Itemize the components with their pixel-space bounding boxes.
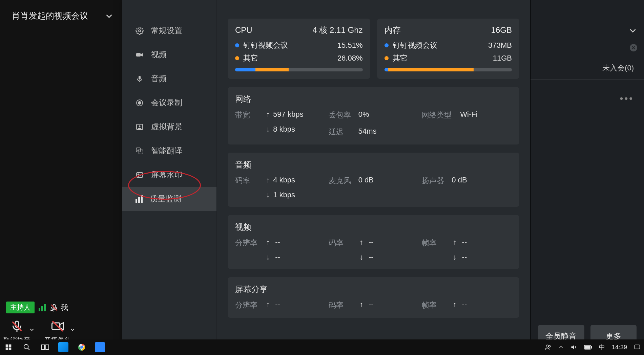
settings-modal: 常规设置 视频 音频 会议录制 虚拟背景 A 智能翻译 屏幕水印 [122, 0, 530, 355]
mem-other-val: 11GB [493, 54, 512, 63]
dot-blue-icon [385, 43, 389, 47]
cpu-bar-other [255, 68, 289, 71]
svg-point-33 [24, 345, 28, 349]
mem-bar-app [385, 68, 388, 71]
clear-search-button[interactable] [630, 44, 637, 51]
signal-icon [39, 304, 46, 311]
tray-ime[interactable]: 中 [599, 343, 605, 351]
bw-down: 8 kbps [273, 125, 295, 133]
memory-card: 内存 16GB 钉钉视频会议 373MB 其它 11GB [377, 19, 520, 79]
nav-audio-label: 音频 [151, 73, 167, 84]
mem-spec: 16GB [491, 25, 512, 35]
latency-label: 延迟 [329, 127, 352, 137]
tray-people-icon[interactable] [545, 344, 552, 351]
svg-rect-31 [6, 348, 8, 350]
nav-general-label: 常规设置 [151, 25, 182, 36]
video-br-down: -- [369, 253, 374, 261]
settings-sidebar: 常规设置 视频 音频 会议录制 虚拟背景 A 智能翻译 屏幕水印 [122, 0, 217, 355]
nav-audio[interactable]: 音频 [122, 67, 216, 91]
svg-rect-32 [9, 348, 12, 350]
svg-rect-45 [635, 345, 640, 349]
tray-volume-icon[interactable] [570, 344, 577, 351]
svg-point-21 [139, 125, 141, 127]
cpu-title: CPU [235, 25, 252, 35]
audio-br-down: 1 kbps [273, 191, 295, 199]
network-title: 网络 [235, 94, 512, 105]
video-res-down: -- [275, 253, 280, 261]
loss-label: 丢包率 [329, 110, 352, 120]
participants-panel: 未入会(0) ••• 全员静音 更多 [531, 0, 644, 355]
nav-quality-label: 质量监测 [150, 194, 181, 204]
dot-orange-icon [235, 56, 239, 60]
audio-title: 音频 [235, 159, 512, 170]
svg-line-34 [28, 348, 30, 350]
video-fps-down: -- [462, 253, 467, 261]
nav-recording[interactable]: 会议录制 [122, 91, 216, 115]
video-br-up: -- [369, 238, 374, 246]
svg-rect-44 [585, 346, 590, 349]
app-icon-1[interactable] [58, 342, 68, 352]
speaker-val: 0 dB [452, 176, 467, 184]
svg-rect-35 [41, 345, 44, 350]
meeting-title-dropdown[interactable]: 肖肖发起的视频会议 [0, 0, 122, 31]
tray-battery-icon[interactable] [584, 345, 592, 350]
self-label: 我 [61, 303, 68, 313]
task-view-icon[interactable] [40, 342, 50, 352]
nav-virtual-bg-label: 虚拟背景 [151, 121, 182, 132]
mem-app-label: 钉钉视频会议 [393, 40, 437, 50]
nav-general[interactable]: 常规设置 [122, 19, 216, 43]
nav-virtual-bg[interactable]: 虚拟背景 [122, 115, 216, 139]
network-section: 网络 带宽 ↑ 597 kbps ↓ 8 kbps 丢包率0% 延迟54ms 网… [228, 87, 519, 145]
more-options-button[interactable]: ••• [620, 93, 634, 104]
host-badge: 主持人 [6, 302, 35, 313]
nav-recording-label: 会议录制 [151, 97, 182, 108]
bandwidth-label: 带宽 [235, 110, 259, 120]
loss-val: 0% [358, 110, 369, 119]
video-br-label: 码率 [329, 238, 352, 248]
nav-video-label: 视频 [151, 49, 167, 60]
audio-section: 音频 码率 ↑ 4 kbps ↓ 1 kbps 麦克风0 dB 扬声器0 dB [228, 153, 519, 207]
svg-point-39 [546, 345, 548, 347]
meeting-title-text: 肖肖发起的视频会议 [12, 10, 88, 21]
svg-marker-15 [141, 53, 143, 57]
share-fps-label: 帧率 [422, 300, 445, 310]
share-section: 屏幕分享 分辨率↑ -- 码率↑ -- 帧率↑ -- [228, 277, 519, 318]
svg-rect-36 [46, 345, 49, 350]
chrome-icon[interactable] [77, 342, 87, 352]
cpu-bar [235, 68, 363, 71]
svg-rect-43 [591, 346, 592, 348]
svg-rect-29 [6, 345, 8, 347]
cpu-other-label: 其它 [243, 53, 258, 63]
search-icon[interactable] [22, 342, 32, 352]
nav-video[interactable]: 视频 [122, 43, 216, 67]
chevron-down-icon[interactable] [29, 327, 35, 332]
audio-br-up: 4 kbps [273, 176, 295, 184]
share-res-up: -- [275, 300, 280, 309]
notifications-icon[interactable] [634, 344, 641, 351]
start-button[interactable] [3, 342, 14, 352]
cpu-card: CPU 4 核 2.11 Ghz 钉钉视频会议 15.51% 其它 26.08% [228, 19, 370, 79]
dot-orange-icon [385, 56, 389, 60]
tray-chevron-up-icon[interactable] [558, 345, 564, 350]
taskbar-clock[interactable]: 14:39 [612, 344, 627, 351]
bw-up: 597 kbps [273, 110, 303, 118]
share-res-label: 分辨率 [235, 300, 259, 310]
tab-not-joined[interactable]: 未入会(0) [599, 58, 637, 79]
chevron-down-icon[interactable] [70, 327, 75, 332]
video-section: 视频 分辨率 ↑ -- ↓ -- 码率 ↑ -- ↓ -- [228, 215, 519, 269]
nav-translate[interactable]: A 智能翻译 [122, 139, 216, 163]
mem-other-label: 其它 [393, 53, 408, 63]
nav-quality[interactable]: 质量监测 [122, 187, 216, 211]
chevron-down-icon[interactable] [628, 26, 637, 35]
svg-point-26 [138, 174, 139, 175]
audio-bitrate-label: 码率 [235, 176, 259, 186]
cpu-app-label: 钉钉视频会议 [243, 40, 288, 50]
svg-point-40 [549, 346, 550, 347]
cpu-app-pct: 15.51% [337, 41, 363, 50]
app-icon-2[interactable] [95, 342, 105, 352]
svg-rect-16 [139, 76, 141, 80]
nav-watermark[interactable]: 屏幕水印 [122, 163, 216, 187]
windows-taskbar[interactable]: 中 14:39 [0, 339, 644, 355]
mem-bar [385, 68, 512, 71]
settings-content: CPU 4 核 2.11 Ghz 钉钉视频会议 15.51% 其它 26.08% [217, 0, 530, 355]
